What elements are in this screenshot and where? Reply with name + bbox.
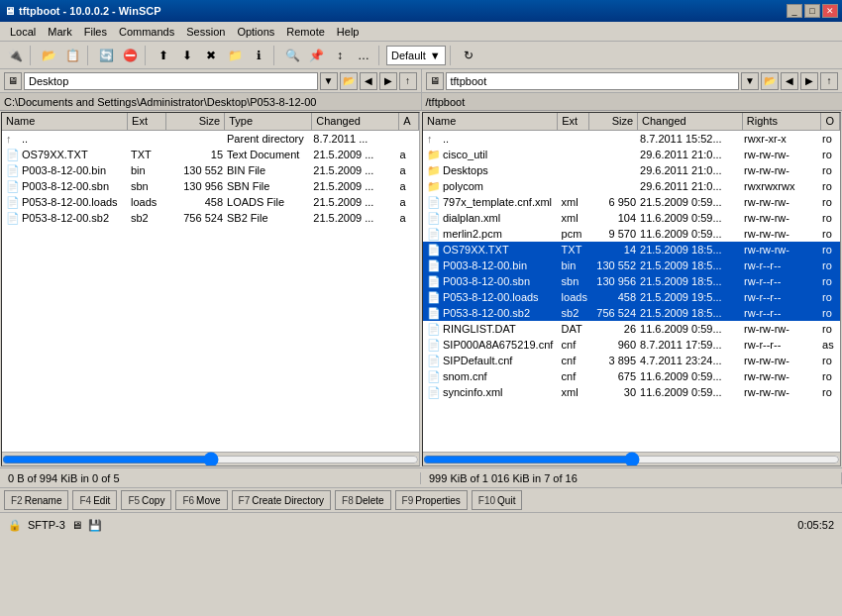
tb-filter-btn[interactable]: 🔍 xyxy=(281,45,303,66)
tb-sort-btn[interactable]: ↕ xyxy=(329,45,351,66)
left-col-ext[interactable]: Ext xyxy=(128,113,166,130)
left-addr-back[interactable]: ◀ xyxy=(360,72,377,90)
left-col-name[interactable]: Name xyxy=(2,113,128,130)
left-hscroll[interactable] xyxy=(2,455,419,464)
fkey-f2-button[interactable]: F2 Rename xyxy=(4,490,68,510)
right-hscroll[interactable] xyxy=(423,455,840,464)
tb-refresh2-btn[interactable]: ↻ xyxy=(458,45,479,66)
right-col-rights[interactable]: Rights xyxy=(743,113,822,130)
left-addr-icon[interactable]: 🖥 xyxy=(4,72,22,90)
menu-local[interactable]: Local xyxy=(4,24,42,40)
right-addr-up[interactable]: ↑ xyxy=(820,72,838,90)
fkey-f10-button[interactable]: F10 Quit xyxy=(472,490,523,510)
left-col-type[interactable]: Type xyxy=(225,113,312,130)
tb-filter2-btn[interactable]: 📌 xyxy=(305,45,327,66)
tb-stop-btn[interactable]: ⛔ xyxy=(119,45,141,66)
fkey-f8-button[interactable]: F8 Delete xyxy=(335,490,391,510)
tb-browse2-btn[interactable]: 📋 xyxy=(61,45,83,66)
tb-sep-4 xyxy=(273,46,277,65)
left-file-row[interactable]: 📄OS79XX.TXT TXT 15 Text Document 21.5.20… xyxy=(2,147,419,162)
right-file-row[interactable]: 📄dialplan.xml xml 104 11.6.2009 0:59... … xyxy=(423,210,840,226)
close-button[interactable]: ✕ xyxy=(822,4,838,18)
tb-more-btn[interactable]: … xyxy=(353,45,374,66)
left-file-row[interactable]: 📄P003-8-12-00.sbn sbn 130 956 SBN File 2… xyxy=(2,178,419,194)
right-col-changed[interactable]: Changed xyxy=(638,113,743,130)
menu-mark[interactable]: Mark xyxy=(42,24,77,40)
right-addr-down[interactable]: ▼ xyxy=(741,72,759,90)
tb-newconn-btn[interactable]: 🔌 xyxy=(4,45,26,66)
right-file-row[interactable]: 📁polycom 29.6.2011 21:0... rwxrwxrwx ro xyxy=(423,178,840,194)
fkey-f4-button[interactable]: F4 Edit xyxy=(72,490,117,510)
tb-browse-btn[interactable]: 📂 xyxy=(38,45,59,66)
right-file-row[interactable]: 📄RINGLIST.DAT DAT 26 11.6.2009 0:59... r… xyxy=(423,321,840,337)
right-file-row[interactable]: 📄P003-8-12-00.sbn sbn 130 956 21.5.2009 … xyxy=(423,273,840,289)
left-col-attr[interactable]: A xyxy=(399,113,419,130)
tb-refresh-btn[interactable]: 🔄 xyxy=(95,45,117,66)
right-file-row[interactable]: 📄797x_template.cnf.xml xml 6 950 21.5.20… xyxy=(423,194,840,210)
fkey-f9-button[interactable]: F9 Properties xyxy=(395,490,468,510)
fkey-f6-button[interactable]: F6 Move xyxy=(175,490,227,510)
left-addr-down[interactable]: ▼ xyxy=(320,72,338,90)
rfile-rights: rw-rw-rw- xyxy=(742,370,820,382)
left-scrollbar-h[interactable] xyxy=(2,452,419,465)
menu-options[interactable]: Options xyxy=(231,24,280,40)
left-addr-forward[interactable]: ▶ xyxy=(379,72,397,90)
left-file-row[interactable]: ↑.. Parent directory 8.7.2011 ... xyxy=(2,131,419,147)
file-ext: sbn xyxy=(129,180,167,192)
minimize-button[interactable]: _ xyxy=(787,4,802,18)
right-file-row[interactable]: 📁cisco_util 29.6.2011 21:0... rw-rw-rw- … xyxy=(423,147,840,162)
left-col-changed[interactable]: Changed xyxy=(312,113,399,130)
toolbar-profile-dropdown[interactable]: Default ▼ xyxy=(386,46,446,65)
left-addr-open[interactable]: 📂 xyxy=(340,72,358,90)
fkey-f7-button[interactable]: F7 Create Directory xyxy=(232,490,331,510)
menu-session[interactable]: Session xyxy=(180,24,231,40)
right-addr-back[interactable]: ◀ xyxy=(781,72,798,90)
right-file-row[interactable]: 📄syncinfo.xml xml 30 11.6.2009 0:59... r… xyxy=(423,384,840,400)
file-type: Text Document xyxy=(225,149,311,160)
right-file-row[interactable]: 📄SIP000A8A675219.cnf cnf 960 8.7.2011 17… xyxy=(423,337,840,353)
right-file-row[interactable]: 📄P053-8-12-00.loads loads 458 21.5.2009 … xyxy=(423,289,840,305)
tb-props-btn[interactable]: ℹ xyxy=(248,45,269,66)
fkey-f5-button[interactable]: F5 Copy xyxy=(121,490,171,510)
left-file-row[interactable]: 📄P003-8-12-00.bin bin 130 552 BIN File 2… xyxy=(2,162,419,178)
left-col-size[interactable]: Size xyxy=(166,113,225,130)
rfile-changed: 8.7.2011 17:59... xyxy=(638,339,742,351)
right-file-row[interactable]: 📄P003-8-12-00.bin bin 130 552 21.5.2009 … xyxy=(423,257,840,273)
bottom-bar: 🔒 SFTP-3 🖥 💾 0:05:52 xyxy=(0,512,842,537)
right-col-name[interactable]: Name xyxy=(423,113,558,130)
rfile-changed: 11.6.2009 0:59... xyxy=(638,370,742,382)
left-address-panel: 🖥 Desktop ▼ 📂 ◀ ▶ ↑ xyxy=(0,69,422,92)
left-addr-up[interactable]: ↑ xyxy=(399,72,417,90)
menu-help[interactable]: Help xyxy=(331,24,366,40)
right-col-ext[interactable]: Ext xyxy=(558,113,589,130)
right-file-row[interactable]: 📄SIPDefault.cnf cnf 3 895 4.7.2011 23:24… xyxy=(423,353,840,368)
right-file-row[interactable]: 📁Desktops 29.6.2011 21:0... rw-rw-rw- ro xyxy=(423,162,840,178)
right-file-row[interactable]: 📄merlin2.pcm pcm 9 570 11.6.2009 0:59...… xyxy=(423,226,840,242)
tb-download-btn[interactable]: ⬇ xyxy=(176,45,198,66)
right-file-row[interactable]: ↑.. 8.7.2011 15:52... rwxr-xr-x ro xyxy=(423,131,840,147)
right-col-size[interactable]: Size xyxy=(589,113,638,130)
tb-mkdir-btn[interactable]: 📁 xyxy=(224,45,246,66)
menu-remote[interactable]: Remote xyxy=(280,24,331,40)
right-scrollbar-h[interactable] xyxy=(423,452,840,465)
right-address-box[interactable]: tftpboot xyxy=(446,72,740,90)
right-addr-open[interactable]: 📂 xyxy=(761,72,779,90)
menu-files[interactable]: Files xyxy=(78,24,113,40)
right-file-row[interactable]: 📄OS79XX.TXT TXT 14 21.5.2009 18:5... rw-… xyxy=(423,242,840,257)
right-file-row[interactable]: 📄P053-8-12-00.sb2 sb2 756 524 21.5.2009 … xyxy=(423,305,840,321)
menu-commands[interactable]: Commands xyxy=(113,24,180,40)
left-file-row[interactable]: 📄P053-8-12-00.loads loads 458 LOADS File… xyxy=(2,194,419,210)
rfile-owner: ro xyxy=(820,164,838,176)
right-file-row[interactable]: 📄snom.cnf cnf 675 11.6.2009 0:59... rw-r… xyxy=(423,368,840,384)
left-file-row[interactable]: 📄P053-8-12-00.sb2 sb2 756 524 SB2 File 2… xyxy=(2,210,419,226)
maximize-button[interactable]: □ xyxy=(804,4,820,18)
rfile-name: 📄P053-8-12-00.loads xyxy=(425,290,560,304)
tb-delete-btn[interactable]: ✖ xyxy=(200,45,222,66)
file-size: 458 xyxy=(167,196,225,208)
file-name: 📄P003-8-12-00.sbn xyxy=(4,179,129,193)
left-address-box[interactable]: Desktop xyxy=(24,72,318,90)
tb-upload-btn[interactable]: ⬆ xyxy=(153,45,174,66)
right-col-o[interactable]: O xyxy=(821,113,840,130)
right-addr-icon[interactable]: 🖥 xyxy=(426,72,444,90)
right-addr-forward[interactable]: ▶ xyxy=(800,72,818,90)
